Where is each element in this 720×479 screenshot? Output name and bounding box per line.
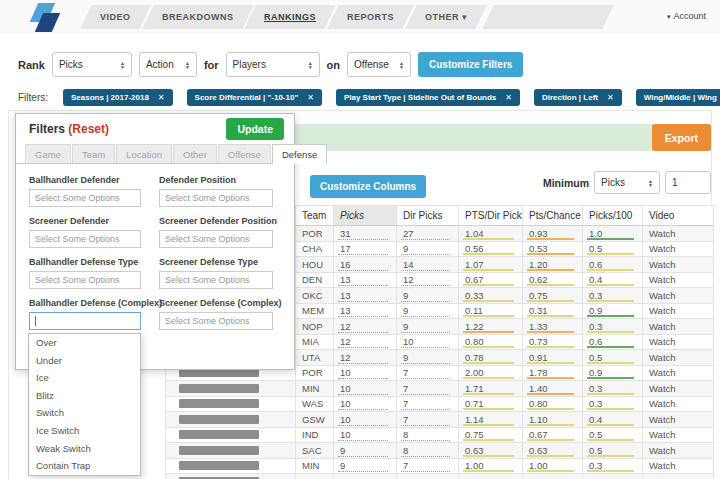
dropdown-option[interactable]: Blitz <box>29 387 140 405</box>
video-cell: Watch <box>643 319 714 335</box>
offense-select[interactable]: Offense ▲▼ <box>347 52 411 77</box>
nav-tab[interactable]: BREAKDOWNS <box>142 5 253 29</box>
table-row: SAC 9 8 0.63 0.63 0.5 Watch <box>166 443 714 459</box>
remove-filter-icon[interactable]: ✕ <box>505 93 512 102</box>
team-cell: MIN <box>296 381 334 397</box>
filter-badge[interactable]: Wing/Middle | Wing ✕ <box>636 89 720 106</box>
nav-tab[interactable]: RANKINGS <box>244 5 336 29</box>
multiselect-input[interactable]: Select Some Options <box>159 271 273 289</box>
nav-tab[interactable]: OTHER ▾ <box>405 5 487 29</box>
export-button[interactable]: Export <box>652 124 711 151</box>
pts-chance-cell: 0.73 <box>523 334 583 350</box>
dropdown-option[interactable]: Weak Switch <box>29 440 140 458</box>
multiselect-input[interactable]: Select Some Options <box>159 230 273 248</box>
multiselect-input[interactable]: Select Some Options <box>29 189 141 207</box>
picks-cell: 12 <box>334 319 397 335</box>
pts-chance-cell: 0.53 <box>523 241 583 257</box>
filter-badge[interactable]: Score Differential | "-10-10" ✕ <box>187 89 322 106</box>
dir-picks-cell: 9 <box>397 319 459 335</box>
team-cell: SAC <box>296 443 334 459</box>
filter-tab[interactable]: Team <box>72 144 115 163</box>
pts-dir-pick-cell: 1.07 <box>459 257 523 273</box>
picks-cell: 31 <box>334 226 397 242</box>
redacted-player-name <box>179 399 259 408</box>
picks-100-cell: 0.3 <box>583 288 643 304</box>
col-dir-picks[interactable]: Dir Picks <box>397 206 459 226</box>
video-cell: Watch <box>643 458 714 474</box>
minimum-stat-select[interactable]: Picks ▲▼ <box>594 171 660 194</box>
watch-link[interactable]: Watch <box>649 429 676 440</box>
dropdown-option[interactable]: Ice <box>29 369 140 387</box>
filter-badge[interactable]: Seasons | 2017-2018 ✕ <box>63 89 173 106</box>
col-picks-sorted[interactable]: Picks <box>334 206 397 226</box>
pts-dir-pick-cell: 0.67 <box>459 272 523 288</box>
account-menu[interactable]: ▾Account <box>667 11 706 21</box>
multiselect-input[interactable]: Select Some Options <box>29 271 141 289</box>
watch-link[interactable]: Watch <box>649 414 676 425</box>
remove-filter-icon[interactable]: ✕ <box>607 93 614 102</box>
team-cell: NOP <box>296 319 334 335</box>
rank-stat-select[interactable]: Picks ▲▼ <box>52 52 132 77</box>
remove-filter-icon[interactable]: ✕ <box>307 93 314 102</box>
dropdown-option[interactable]: Switch <box>29 404 140 422</box>
player-cell <box>166 396 296 412</box>
watch-link[interactable]: Watch <box>649 290 676 301</box>
watch-link[interactable]: Watch <box>649 445 676 456</box>
filter-tab[interactable]: Game <box>25 144 71 163</box>
customize-columns-button[interactable]: Customize Columns <box>310 175 426 198</box>
pts-chance-cell: 0.67 <box>523 427 583 443</box>
watch-link[interactable]: Watch <box>649 352 676 363</box>
watch-link[interactable]: Watch <box>649 321 676 332</box>
team-cell: MIA <box>296 334 334 350</box>
watch-link[interactable]: Watch <box>649 398 676 409</box>
app-logo[interactable] <box>22 2 66 33</box>
watch-link[interactable]: Watch <box>649 383 676 394</box>
reset-filters-link[interactable]: (Reset) <box>68 122 109 136</box>
multiselect-input[interactable]: Select Some Options <box>159 189 273 207</box>
team-cell: POR <box>296 365 334 381</box>
customize-filters-button[interactable]: Customize Filters <box>418 52 523 77</box>
dropdown-option[interactable]: Contain Trap <box>29 457 140 475</box>
col-picks-100[interactable]: Picks/100 <box>583 206 643 226</box>
watch-link[interactable]: Watch <box>649 336 676 347</box>
multiselect-input[interactable] <box>29 312 141 330</box>
filter-tab[interactable]: Other <box>173 144 217 163</box>
pts-dir-pick-cell: 0.33 <box>459 288 523 304</box>
filter-tab[interactable]: Defense <box>272 144 327 164</box>
dropdown-option[interactable]: Ice Switch <box>29 422 140 440</box>
video-cell <box>643 474 714 479</box>
watch-link[interactable]: Watch <box>649 274 676 285</box>
action-select[interactable]: Action ▲▼ <box>139 52 197 77</box>
select-arrows-icon: ▲▼ <box>399 61 404 69</box>
pts-dir-pick-cell: 1.00 <box>459 458 523 474</box>
nav-tab[interactable]: REPORTS <box>327 5 414 29</box>
col-pts-dir-pick[interactable]: PTS/Dir Pick <box>459 206 523 226</box>
watch-link[interactable]: Watch <box>649 259 676 270</box>
dropdown-option[interactable]: Over <box>29 334 140 352</box>
watch-link[interactable]: Watch <box>649 305 676 316</box>
filter-field: Screener Defense (Complex) Select Some O… <box>159 298 273 330</box>
filter-fields: Ballhandler Defender Select Some Options… <box>16 164 294 330</box>
multiselect-input[interactable]: Select Some Options <box>29 230 141 248</box>
watch-link[interactable]: Watch <box>649 367 676 378</box>
filter-badge[interactable]: Play Start Type | Sideline Out of Bounds… <box>336 89 520 106</box>
players-select[interactable]: Players ▲▼ <box>226 52 320 77</box>
watch-link[interactable]: Watch <box>649 228 676 239</box>
update-button[interactable]: Update <box>226 118 284 140</box>
col-team[interactable]: Team <box>296 206 334 226</box>
nav-tab[interactable]: VIDEO <box>80 5 150 29</box>
col-video[interactable]: Video <box>643 206 714 226</box>
col-pts-chance[interactable]: Pts/Chance <box>523 206 583 226</box>
watch-link[interactable]: Watch <box>649 243 676 254</box>
minimum-value-input[interactable] <box>665 171 711 194</box>
watch-link[interactable]: Watch <box>649 460 676 471</box>
table-row: GSW 10 7 1.14 1.10 0.4 Watch <box>166 412 714 428</box>
remove-filter-icon[interactable]: ✕ <box>158 93 165 102</box>
filter-tab[interactable]: Offense <box>218 144 271 163</box>
filter-badge[interactable]: Direction | Left ✕ <box>534 89 622 106</box>
dropdown-option[interactable]: Under <box>29 352 140 370</box>
pts-dir-pick-cell <box>459 474 523 479</box>
filter-tab[interactable]: Location <box>116 144 172 163</box>
multiselect-input[interactable]: Select Some Options <box>159 312 273 330</box>
player-cell <box>166 474 296 479</box>
